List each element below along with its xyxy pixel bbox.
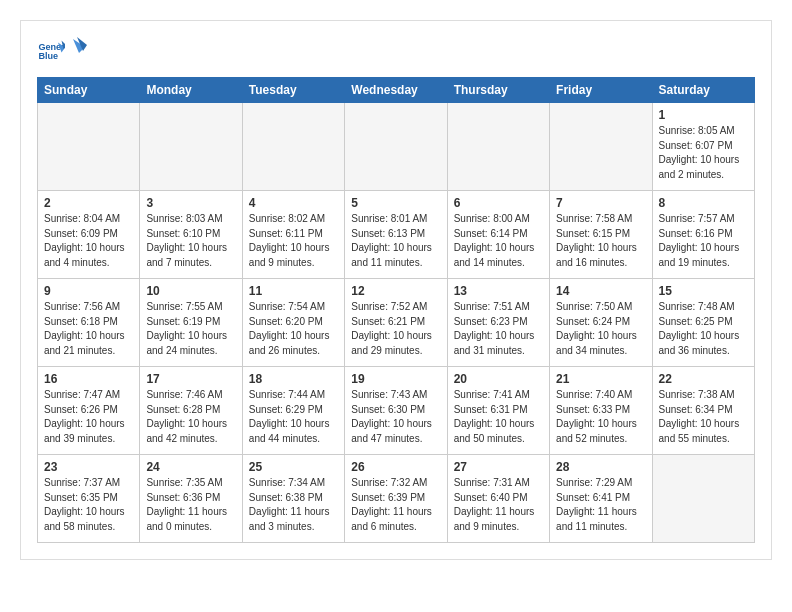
day-number: 13 — [454, 284, 543, 298]
calendar-cell: 19Sunrise: 7:43 AM Sunset: 6:30 PM Dayli… — [345, 367, 447, 455]
day-number: 19 — [351, 372, 440, 386]
day-number: 17 — [146, 372, 235, 386]
calendar-cell: 11Sunrise: 7:54 AM Sunset: 6:20 PM Dayli… — [242, 279, 344, 367]
calendar-cell — [38, 103, 140, 191]
calendar-cell: 16Sunrise: 7:47 AM Sunset: 6:26 PM Dayli… — [38, 367, 140, 455]
calendar-cell — [447, 103, 549, 191]
day-number: 1 — [659, 108, 748, 122]
day-info: Sunrise: 7:40 AM Sunset: 6:33 PM Dayligh… — [556, 388, 645, 446]
calendar-cell: 18Sunrise: 7:44 AM Sunset: 6:29 PM Dayli… — [242, 367, 344, 455]
day-number: 26 — [351, 460, 440, 474]
day-number: 27 — [454, 460, 543, 474]
calendar-cell: 21Sunrise: 7:40 AM Sunset: 6:33 PM Dayli… — [550, 367, 652, 455]
logo-icon: General Blue — [37, 37, 65, 65]
day-info: Sunrise: 7:32 AM Sunset: 6:39 PM Dayligh… — [351, 476, 440, 534]
day-number: 4 — [249, 196, 338, 210]
day-number: 15 — [659, 284, 748, 298]
calendar-cell — [550, 103, 652, 191]
day-info: Sunrise: 7:38 AM Sunset: 6:34 PM Dayligh… — [659, 388, 748, 446]
calendar-cell: 7Sunrise: 7:58 AM Sunset: 6:15 PM Daylig… — [550, 191, 652, 279]
day-info: Sunrise: 7:37 AM Sunset: 6:35 PM Dayligh… — [44, 476, 133, 534]
header: General Blue — [37, 37, 755, 65]
calendar-cell: 17Sunrise: 7:46 AM Sunset: 6:28 PM Dayli… — [140, 367, 242, 455]
header-cell-monday: Monday — [140, 78, 242, 103]
calendar-header-row: SundayMondayTuesdayWednesdayThursdayFrid… — [38, 78, 755, 103]
day-number: 2 — [44, 196, 133, 210]
day-info: Sunrise: 7:44 AM Sunset: 6:29 PM Dayligh… — [249, 388, 338, 446]
day-info: Sunrise: 8:02 AM Sunset: 6:11 PM Dayligh… — [249, 212, 338, 270]
logo-arrow-icon — [65, 35, 89, 59]
calendar-body: 1Sunrise: 8:05 AM Sunset: 6:07 PM Daylig… — [38, 103, 755, 543]
day-info: Sunrise: 7:56 AM Sunset: 6:18 PM Dayligh… — [44, 300, 133, 358]
calendar-cell: 3Sunrise: 8:03 AM Sunset: 6:10 PM Daylig… — [140, 191, 242, 279]
calendar-week-2: 9Sunrise: 7:56 AM Sunset: 6:18 PM Daylig… — [38, 279, 755, 367]
day-info: Sunrise: 7:31 AM Sunset: 6:40 PM Dayligh… — [454, 476, 543, 534]
calendar-cell: 13Sunrise: 7:51 AM Sunset: 6:23 PM Dayli… — [447, 279, 549, 367]
calendar-table: SundayMondayTuesdayWednesdayThursdayFrid… — [37, 77, 755, 543]
calendar-cell: 20Sunrise: 7:41 AM Sunset: 6:31 PM Dayli… — [447, 367, 549, 455]
calendar-cell — [242, 103, 344, 191]
day-number: 22 — [659, 372, 748, 386]
calendar-cell: 14Sunrise: 7:50 AM Sunset: 6:24 PM Dayli… — [550, 279, 652, 367]
day-number: 16 — [44, 372, 133, 386]
calendar-cell — [345, 103, 447, 191]
day-number: 10 — [146, 284, 235, 298]
calendar-cell: 4Sunrise: 8:02 AM Sunset: 6:11 PM Daylig… — [242, 191, 344, 279]
day-info: Sunrise: 7:47 AM Sunset: 6:26 PM Dayligh… — [44, 388, 133, 446]
calendar-cell: 27Sunrise: 7:31 AM Sunset: 6:40 PM Dayli… — [447, 455, 549, 543]
day-info: Sunrise: 7:55 AM Sunset: 6:19 PM Dayligh… — [146, 300, 235, 358]
calendar-week-0: 1Sunrise: 8:05 AM Sunset: 6:07 PM Daylig… — [38, 103, 755, 191]
day-number: 12 — [351, 284, 440, 298]
header-cell-sunday: Sunday — [38, 78, 140, 103]
calendar-cell: 23Sunrise: 7:37 AM Sunset: 6:35 PM Dayli… — [38, 455, 140, 543]
day-info: Sunrise: 8:01 AM Sunset: 6:13 PM Dayligh… — [351, 212, 440, 270]
calendar-week-4: 23Sunrise: 7:37 AM Sunset: 6:35 PM Dayli… — [38, 455, 755, 543]
calendar-cell: 8Sunrise: 7:57 AM Sunset: 6:16 PM Daylig… — [652, 191, 754, 279]
calendar-cell: 25Sunrise: 7:34 AM Sunset: 6:38 PM Dayli… — [242, 455, 344, 543]
day-number: 28 — [556, 460, 645, 474]
day-info: Sunrise: 7:34 AM Sunset: 6:38 PM Dayligh… — [249, 476, 338, 534]
day-number: 14 — [556, 284, 645, 298]
calendar-cell: 5Sunrise: 8:01 AM Sunset: 6:13 PM Daylig… — [345, 191, 447, 279]
day-number: 18 — [249, 372, 338, 386]
calendar-cell: 1Sunrise: 8:05 AM Sunset: 6:07 PM Daylig… — [652, 103, 754, 191]
day-info: Sunrise: 8:04 AM Sunset: 6:09 PM Dayligh… — [44, 212, 133, 270]
calendar-cell: 12Sunrise: 7:52 AM Sunset: 6:21 PM Dayli… — [345, 279, 447, 367]
day-info: Sunrise: 7:52 AM Sunset: 6:21 PM Dayligh… — [351, 300, 440, 358]
day-info: Sunrise: 7:29 AM Sunset: 6:41 PM Dayligh… — [556, 476, 645, 534]
logo: General Blue — [37, 37, 89, 65]
calendar-cell: 22Sunrise: 7:38 AM Sunset: 6:34 PM Dayli… — [652, 367, 754, 455]
day-info: Sunrise: 7:48 AM Sunset: 6:25 PM Dayligh… — [659, 300, 748, 358]
calendar-cell — [652, 455, 754, 543]
day-info: Sunrise: 8:03 AM Sunset: 6:10 PM Dayligh… — [146, 212, 235, 270]
day-number: 23 — [44, 460, 133, 474]
day-info: Sunrise: 8:05 AM Sunset: 6:07 PM Dayligh… — [659, 124, 748, 182]
day-info: Sunrise: 7:57 AM Sunset: 6:16 PM Dayligh… — [659, 212, 748, 270]
calendar-cell: 24Sunrise: 7:35 AM Sunset: 6:36 PM Dayli… — [140, 455, 242, 543]
day-number: 5 — [351, 196, 440, 210]
header-cell-thursday: Thursday — [447, 78, 549, 103]
header-cell-tuesday: Tuesday — [242, 78, 344, 103]
day-info: Sunrise: 7:43 AM Sunset: 6:30 PM Dayligh… — [351, 388, 440, 446]
day-info: Sunrise: 7:58 AM Sunset: 6:15 PM Dayligh… — [556, 212, 645, 270]
svg-text:Blue: Blue — [38, 51, 58, 61]
day-number: 11 — [249, 284, 338, 298]
day-info: Sunrise: 7:46 AM Sunset: 6:28 PM Dayligh… — [146, 388, 235, 446]
day-number: 8 — [659, 196, 748, 210]
calendar-week-3: 16Sunrise: 7:47 AM Sunset: 6:26 PM Dayli… — [38, 367, 755, 455]
day-number: 24 — [146, 460, 235, 474]
calendar-cell: 9Sunrise: 7:56 AM Sunset: 6:18 PM Daylig… — [38, 279, 140, 367]
calendar-cell: 28Sunrise: 7:29 AM Sunset: 6:41 PM Dayli… — [550, 455, 652, 543]
day-number: 25 — [249, 460, 338, 474]
header-cell-wednesday: Wednesday — [345, 78, 447, 103]
calendar-cell — [140, 103, 242, 191]
day-info: Sunrise: 7:50 AM Sunset: 6:24 PM Dayligh… — [556, 300, 645, 358]
calendar-cell: 10Sunrise: 7:55 AM Sunset: 6:19 PM Dayli… — [140, 279, 242, 367]
day-number: 3 — [146, 196, 235, 210]
day-info: Sunrise: 8:00 AM Sunset: 6:14 PM Dayligh… — [454, 212, 543, 270]
calendar-cell: 26Sunrise: 7:32 AM Sunset: 6:39 PM Dayli… — [345, 455, 447, 543]
day-number: 9 — [44, 284, 133, 298]
day-info: Sunrise: 7:41 AM Sunset: 6:31 PM Dayligh… — [454, 388, 543, 446]
day-number: 20 — [454, 372, 543, 386]
day-number: 6 — [454, 196, 543, 210]
